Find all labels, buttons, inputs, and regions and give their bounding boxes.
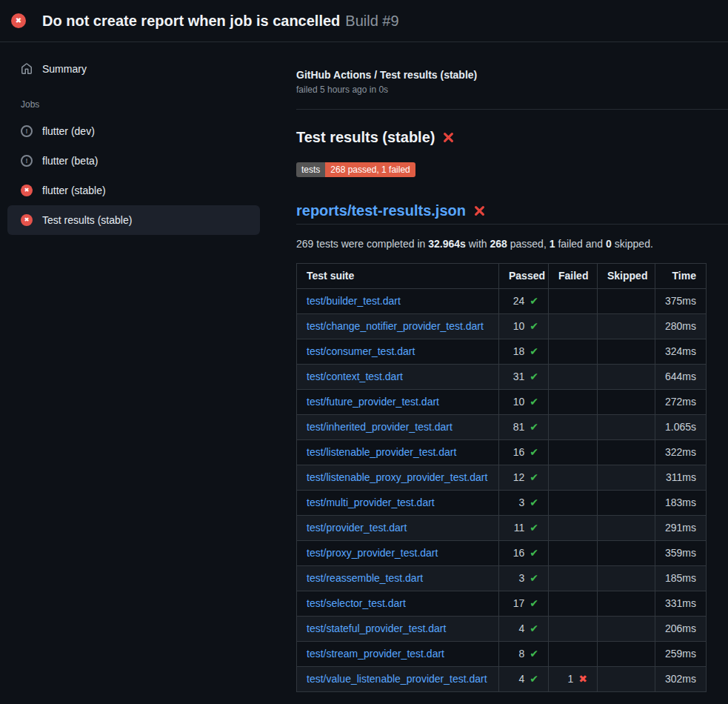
check-icon: ✔ xyxy=(530,345,538,357)
check-icon: ✔ xyxy=(530,371,538,382)
suite-cell: test/stateful_provider_test.dart xyxy=(297,617,499,642)
suite-link[interactable]: test/stateful_provider_test.dart xyxy=(307,622,446,634)
suite-link[interactable]: test/context_test.dart xyxy=(307,371,403,382)
suite-link[interactable]: test/reassemble_test.dart xyxy=(307,572,423,584)
summary-text: skipped. xyxy=(612,238,653,250)
skipped-cell xyxy=(598,339,655,365)
suite-link[interactable]: test/listenable_proxy_provider_test.dart xyxy=(307,471,487,483)
suite-link[interactable]: test/listenable_provider_test.dart xyxy=(307,446,456,458)
passed-cell: 3 ✔ xyxy=(499,491,549,516)
suite-cell: test/reassemble_test.dart xyxy=(297,566,499,591)
suite-link[interactable]: test/inherited_provider_test.dart xyxy=(307,421,453,433)
failed-x-icon xyxy=(442,131,455,144)
col-time: Time xyxy=(655,264,707,289)
passed-cell: 17 ✔ xyxy=(499,591,549,617)
suite-link[interactable]: test/future_provider_test.dart xyxy=(307,396,439,408)
skipped-cell xyxy=(598,566,655,591)
suite-link[interactable]: test/builder_test.dart xyxy=(307,295,401,307)
suite-link[interactable]: test/multi_provider_test.dart xyxy=(307,497,435,508)
suite-cell: test/change_notifier_provider_test.dart xyxy=(297,314,499,339)
passed-cell: 4 ✔ xyxy=(499,617,549,642)
skipped-cell xyxy=(598,591,655,617)
check-icon: ✔ xyxy=(530,497,538,508)
check-run-title: Do not create report when job is cancell… xyxy=(42,13,340,29)
suite-link[interactable]: test/value_listenable_provider_test.dart xyxy=(307,673,487,685)
failed-cell xyxy=(549,465,598,491)
suite-cell: test/proxy_provider_test.dart xyxy=(297,541,499,566)
check-title: Test results (stable) xyxy=(296,129,728,146)
suite-cell: test/value_listenable_provider_test.dart xyxy=(297,667,499,692)
check-icon: ✔ xyxy=(530,396,538,408)
suite-link[interactable]: test/stream_provider_test.dart xyxy=(307,648,444,660)
failed-cell xyxy=(549,289,598,314)
failed-cell xyxy=(549,491,598,516)
summary-text: failed and xyxy=(555,238,607,250)
suite-link[interactable]: test/provider_test.dart xyxy=(307,522,407,534)
failed-x-icon xyxy=(473,205,486,217)
badge-label: tests xyxy=(296,162,325,177)
check-icon: ✔ xyxy=(530,421,538,433)
result-row: test/future_provider_test.dart10 ✔272ms xyxy=(297,390,707,415)
breadcrumb: GitHub Actions / Test results (stable) xyxy=(296,69,728,81)
time-cell: 1.065s xyxy=(655,415,707,440)
sidebar-job-flutter-dev[interactable]: !flutter (dev) xyxy=(7,116,260,146)
time-cell: 644ms xyxy=(655,365,707,390)
result-row: test/listenable_proxy_provider_test.dart… xyxy=(297,465,707,491)
skipped-cell xyxy=(598,390,655,415)
suite-cell: test/context_test.dart xyxy=(297,365,499,390)
failed-cell xyxy=(549,516,598,541)
job-label: flutter (stable) xyxy=(42,183,106,198)
time-cell: 302ms xyxy=(655,667,707,692)
result-row: test/consumer_test.dart18 ✔324ms xyxy=(297,339,707,365)
skipped-cell xyxy=(598,440,655,465)
report-file-link[interactable]: reports/test-results.json xyxy=(296,202,466,219)
result-row: test/stream_provider_test.dart8 ✔259ms xyxy=(297,642,707,667)
job-label: flutter (beta) xyxy=(42,153,98,168)
time-cell: 322ms xyxy=(655,440,707,465)
badge-value: 268 passed, 1 failed xyxy=(325,162,415,177)
check-icon: ✔ xyxy=(530,673,538,685)
passed-cell: 11 ✔ xyxy=(499,516,549,541)
sidebar-job-flutter-stable[interactable]: ✖flutter (stable) xyxy=(7,176,260,205)
home-icon xyxy=(21,63,33,75)
check-icon: ✔ xyxy=(530,597,538,609)
failed-cell xyxy=(549,415,598,440)
col-passed: Passed xyxy=(499,264,549,289)
x-circle-icon: ✖ xyxy=(21,185,33,196)
failed-cell xyxy=(549,541,598,566)
passed-cell: 24 ✔ xyxy=(499,289,549,314)
suite-link[interactable]: test/selector_test.dart xyxy=(307,597,406,609)
sidebar-job-flutter-beta[interactable]: !flutter (beta) xyxy=(7,146,260,176)
result-row: test/change_notifier_provider_test.dart1… xyxy=(297,314,707,339)
sidebar-job-test-results-stable[interactable]: ✖Test results (stable) xyxy=(7,205,260,235)
job-label: Test results (stable) xyxy=(42,213,132,228)
check-icon: ✔ xyxy=(530,295,538,307)
time-cell: 259ms xyxy=(655,642,707,667)
check-icon: ✔ xyxy=(530,522,538,534)
time-cell: 291ms xyxy=(655,516,707,541)
result-row: test/selector_test.dart17 ✔331ms xyxy=(297,591,707,617)
sidebar-item-summary[interactable]: Summary xyxy=(7,54,260,84)
result-row: test/context_test.dart31 ✔644ms xyxy=(297,365,707,390)
suite-link[interactable]: test/change_notifier_provider_test.dart xyxy=(307,320,484,332)
suite-link[interactable]: test/consumer_test.dart xyxy=(307,345,415,357)
passed-cell: 10 ✔ xyxy=(499,314,549,339)
failed-cell xyxy=(549,440,598,465)
failed-cell xyxy=(549,642,598,667)
summary-text: passed, xyxy=(507,238,550,250)
skipped-cell xyxy=(598,465,655,491)
time-cell: 183ms xyxy=(655,491,707,516)
time-cell: 206ms xyxy=(655,617,707,642)
time-cell: 375ms xyxy=(655,289,707,314)
suite-cell: test/inherited_provider_test.dart xyxy=(297,415,499,440)
suite-link[interactable]: test/proxy_provider_test.dart xyxy=(307,547,438,559)
failed-cell: 1 ✖ xyxy=(549,667,598,692)
table-header-row: Test suite Passed Failed Skipped Time xyxy=(297,264,707,289)
skipped-cell xyxy=(598,516,655,541)
failed-status-icon: ✖ xyxy=(11,13,26,28)
passed-cell: 81 ✔ xyxy=(499,415,549,440)
report-heading: reports/test-results.json xyxy=(296,202,728,225)
run-meta: failed 5 hours ago in 0s xyxy=(296,84,728,95)
skipped-cell xyxy=(598,642,655,667)
result-row: test/builder_test.dart24 ✔375ms xyxy=(297,289,707,314)
